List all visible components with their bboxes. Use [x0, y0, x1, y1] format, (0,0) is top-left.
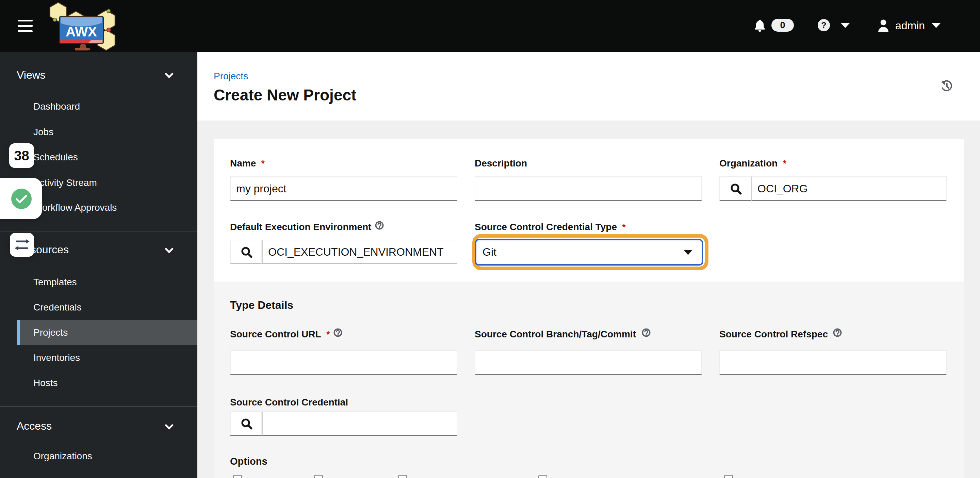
- svg-text:AWX: AWX: [66, 24, 97, 39]
- svg-text:?: ?: [821, 21, 826, 30]
